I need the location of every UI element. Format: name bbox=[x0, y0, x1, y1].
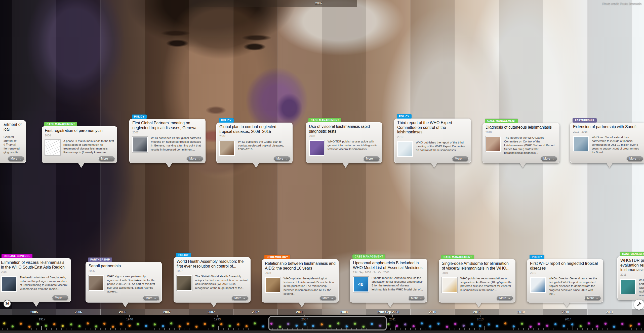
event-card-top-4[interactable]: POLICYGlobal plan to combat neglected tr… bbox=[216, 123, 293, 163]
event-dot bbox=[78, 325, 80, 327]
event-card-top-6[interactable]: POLICYThird report of the WHO Expert Com… bbox=[394, 119, 471, 163]
year-band-segment[interactable]: 2010 bbox=[410, 309, 455, 315]
arrow-right-icon: → bbox=[154, 296, 157, 300]
card-description-fragment: ging results... bbox=[4, 151, 23, 154]
card-description: WHO/TDR publish a user guide with genera… bbox=[328, 140, 379, 151]
more-button[interactable]: More→ bbox=[52, 295, 69, 300]
card-pointer-tail bbox=[78, 163, 85, 168]
year-band-segment[interactable] bbox=[0, 309, 12, 315]
ruler-tick bbox=[425, 328, 425, 330]
year-band-segment[interactable]: 2007 bbox=[233, 309, 277, 315]
event-card-bottom-3[interactable]: POLICYWorld Health Assembly resolution: … bbox=[174, 257, 251, 303]
event-card-bottom-2[interactable]: PARTNERSHIPSanofi partnership2006WHO sig… bbox=[86, 262, 162, 303]
event-dot bbox=[621, 323, 623, 325]
more-button[interactable]: More→ bbox=[320, 295, 336, 301]
event-dot bbox=[120, 323, 122, 325]
ruler-tick bbox=[86, 328, 86, 330]
arrow-right-icon: → bbox=[109, 157, 112, 160]
event-card-top-1[interactable]: artment oficalGeneralartment ofd Tropica… bbox=[0, 120, 26, 163]
event-dot bbox=[70, 323, 72, 325]
event-card-bottom-8[interactable]: CASE MANAGEMENTWHO/TDR pulevaluation rep… bbox=[617, 256, 644, 300]
range-slider[interactable] bbox=[268, 316, 387, 330]
category-badge: CASE MANAGEMENT bbox=[441, 255, 474, 259]
ruler-tick bbox=[631, 328, 632, 330]
settings-button[interactable] bbox=[634, 300, 644, 310]
more-button[interactable]: More→ bbox=[187, 156, 203, 161]
ruler-tick bbox=[91, 328, 91, 330]
year-band-segment[interactable]: 2010 bbox=[499, 309, 543, 315]
year-band-segment[interactable]: 2008 bbox=[277, 309, 322, 315]
event-card-bottom-5[interactable]: CASE MANAGEMENTLiposomal amphotericin B … bbox=[350, 259, 427, 303]
more-button[interactable]: More→ bbox=[8, 156, 24, 161]
year-band-segment[interactable]: 2005 bbox=[12, 309, 56, 315]
event-dot bbox=[246, 325, 248, 327]
year-band-segment[interactable]: 2007 bbox=[189, 309, 233, 315]
card-pointer-tail bbox=[166, 163, 172, 168]
ruler-tick bbox=[617, 328, 617, 330]
card-title: Extension of partnership with Sanofi bbox=[573, 125, 642, 129]
ruler-tick bbox=[459, 328, 460, 330]
more-button[interactable]: More→ bbox=[584, 295, 601, 301]
ruler-tick bbox=[390, 328, 391, 330]
card-date: 2006 bbox=[89, 269, 159, 272]
event-card-top-5[interactable]: CASE MANAGEMENTUse of visceral leishmani… bbox=[306, 122, 382, 163]
year-band-segment[interactable]: 2007 bbox=[145, 309, 189, 315]
event-card-top-8[interactable]: PARTNERSHIPExtension of partnership with… bbox=[570, 123, 644, 163]
photo-credit: Photo credit: Paula Bronstein bbox=[602, 2, 641, 6]
year-band-segment[interactable]: 2006 bbox=[56, 309, 100, 315]
more-button[interactable]: More→ bbox=[497, 295, 513, 301]
more-button[interactable]: More→ bbox=[541, 156, 557, 161]
ruler-tick bbox=[543, 328, 544, 330]
year-band-segment[interactable]: 2006 bbox=[100, 309, 145, 315]
card-title: Liposomal amphotericin B included in WHO… bbox=[353, 261, 424, 270]
card-title: Elimination of visceral leishmaniasis in… bbox=[1, 260, 68, 270]
year-band-segment[interactable]: 2011 bbox=[587, 309, 632, 315]
ministers-photo-thumb bbox=[1, 276, 17, 292]
ruler-tick bbox=[31, 328, 32, 330]
card-description-row: WHO/TDR publish a user guide with genera… bbox=[309, 140, 379, 151]
ruler-tick bbox=[135, 328, 135, 330]
year-band-segment[interactable]: 29th Sep 2008 bbox=[366, 309, 410, 315]
card-title: Sanofi partnership bbox=[89, 264, 159, 269]
more-button[interactable]: More→ bbox=[363, 156, 380, 161]
3d-view-button[interactable]: 3d bbox=[3, 300, 11, 308]
category-badge: PARTNERSHIP bbox=[573, 118, 597, 123]
category-badge: CASE MANAGEMENT bbox=[620, 252, 644, 256]
event-card-top-7[interactable]: CASE MANAGEMENTDiagnosis of cutaneous le… bbox=[482, 123, 559, 163]
card-pointer-tail bbox=[387, 302, 393, 307]
card-description-row: A phase III trial in India leads to the … bbox=[45, 139, 114, 155]
card-date: 2008 bbox=[309, 134, 379, 137]
event-dot bbox=[546, 325, 548, 327]
card-pointer-tail bbox=[519, 163, 526, 168]
event-card-top-2[interactable]: CASE MANAGEMENTFirst registration of par… bbox=[42, 126, 117, 163]
event-card-bottom-1[interactable]: DISEASE CONTROLElimination of visceral l… bbox=[0, 258, 71, 302]
more-button[interactable]: More→ bbox=[408, 295, 425, 301]
card-description: WHO updates the epidemiological features… bbox=[284, 277, 336, 296]
card-description-fragment: fter renewed bbox=[4, 147, 23, 151]
more-button[interactable]: More→ bbox=[627, 156, 643, 161]
card-title: Use of visceral leishmaniasis rapid diag… bbox=[309, 124, 379, 134]
event-card-bottom-6[interactable]: CASE MANAGEMENTSingle-dose AmBisome for … bbox=[439, 259, 515, 303]
ruler-tick bbox=[258, 328, 258, 330]
event-card-bottom-4[interactable]: EPIDEMIOLOGYRelationship between leishma… bbox=[262, 259, 339, 303]
ruler-tick bbox=[12, 328, 12, 330]
year-band-segment[interactable] bbox=[632, 309, 644, 315]
year-band-segment[interactable]: 2008 bbox=[322, 309, 366, 315]
event-dot bbox=[45, 325, 47, 327]
more-button[interactable]: More→ bbox=[143, 295, 159, 301]
year-band-segment[interactable]: 2010 bbox=[543, 309, 587, 315]
more-button[interactable]: More→ bbox=[452, 156, 469, 161]
ruler-tick bbox=[243, 328, 244, 330]
ruler-tick bbox=[558, 328, 558, 330]
card-description-fragment: d Tropical bbox=[4, 143, 23, 146]
year-band-segment[interactable]: 2010 bbox=[455, 309, 499, 315]
card-description-fragment: General bbox=[4, 135, 23, 139]
more-button[interactable]: More→ bbox=[232, 295, 248, 301]
ruler-tick bbox=[140, 328, 140, 330]
more-button[interactable]: More→ bbox=[274, 156, 290, 161]
card-description-row: WHO's Director-General launches the firs… bbox=[530, 277, 600, 296]
more-button[interactable]: More→ bbox=[98, 156, 115, 161]
event-card-bottom-7[interactable]: POLICYFirst WHO report on neglected trop… bbox=[527, 259, 603, 303]
category-badge: POLICY bbox=[132, 115, 147, 119]
event-card-top-3[interactable]: POLICYFirst Global Partners' meeting on … bbox=[129, 119, 206, 163]
